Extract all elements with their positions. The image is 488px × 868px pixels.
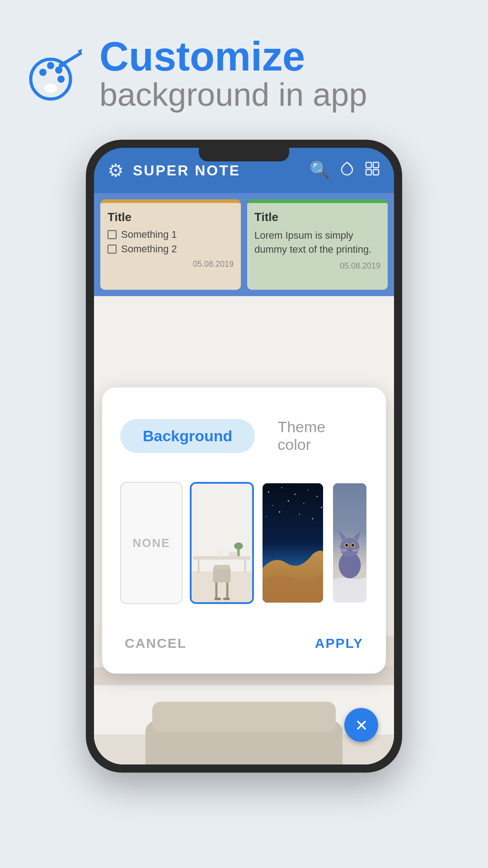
header-subtitle: background in app	[99, 77, 367, 113]
note-item-2: Something 2	[108, 243, 234, 255]
svg-point-39	[279, 511, 280, 513]
phone-frame: ⚙ SUPER NOTE 🔍	[86, 140, 402, 773]
svg-point-50	[352, 544, 354, 547]
tab-theme-color[interactable]: Theme color	[259, 410, 368, 462]
svg-rect-26	[215, 598, 221, 600]
svg-point-2	[47, 62, 54, 69]
apply-button[interactable]: APPLY	[310, 631, 368, 656]
svg-rect-27	[223, 598, 230, 600]
svg-point-37	[321, 507, 322, 508]
svg-rect-18	[215, 550, 222, 557]
svg-rect-15	[193, 556, 250, 560]
palette-icon	[27, 45, 86, 104]
tab-background[interactable]: Background	[120, 419, 255, 453]
svg-point-4	[57, 75, 65, 83]
svg-rect-11	[366, 170, 371, 175]
theme-icon	[339, 160, 355, 181]
svg-point-40	[299, 514, 300, 515]
svg-point-5	[44, 84, 57, 93]
svg-rect-24	[215, 583, 217, 600]
phone-screen: ⚙ SUPER NOTE 🔍	[94, 148, 394, 764]
note-2-body: Lorem Ipsum is simply dummy text of the …	[254, 229, 380, 257]
note-item-1: Something 1	[108, 229, 234, 241]
svg-rect-25	[226, 583, 229, 600]
svg-point-30	[282, 487, 282, 488]
bg-option-cat[interactable]	[332, 482, 368, 604]
svg-point-33	[316, 496, 318, 497]
svg-rect-10	[373, 162, 379, 168]
wallpaper-cat	[333, 483, 366, 603]
svg-rect-17	[244, 560, 246, 573]
header-section: Customize background in app	[0, 0, 488, 131]
app-title: SUPER NOTE	[133, 162, 300, 179]
note-card-1: Title Something 1 Something 2 05.08.2019	[100, 199, 241, 290]
note-1-title: Title	[108, 210, 234, 224]
svg-point-29	[268, 491, 269, 493]
background-options: NONE	[120, 482, 368, 604]
svg-rect-19	[229, 552, 237, 557]
search-icon: 🔍	[310, 160, 330, 181]
svg-point-32	[308, 490, 309, 491]
checkbox-1	[108, 230, 117, 239]
wallpaper-white-room	[192, 484, 252, 602]
cancel-button[interactable]: CANCEL	[120, 631, 191, 656]
bg-option-none[interactable]: NONE	[120, 482, 183, 604]
svg-rect-12	[373, 170, 379, 175]
gear-icon: ⚙	[108, 160, 124, 181]
action-row: CANCEL APPLY	[120, 627, 368, 656]
svg-rect-67	[152, 702, 336, 732]
svg-rect-23	[214, 565, 230, 570]
customize-modal: Background Theme color NONE	[102, 387, 386, 674]
svg-point-38	[266, 516, 267, 517]
header-title: Customize	[99, 36, 367, 77]
wallpaper-night	[263, 483, 323, 603]
svg-rect-22	[213, 567, 231, 583]
none-label: NONE	[132, 536, 170, 550]
svg-point-1	[39, 69, 47, 76]
note-item-2-text: Something 2	[121, 243, 177, 255]
svg-point-34	[272, 505, 273, 506]
fab-close-button[interactable]	[344, 708, 378, 742]
svg-point-36	[303, 503, 304, 504]
note-item-1-text: Something 1	[121, 229, 177, 241]
phone-mockup: ⚙ SUPER NOTE 🔍	[86, 140, 402, 773]
phone-notch	[199, 148, 289, 161]
svg-rect-9	[366, 162, 371, 168]
svg-rect-16	[198, 560, 200, 573]
svg-point-31	[294, 494, 296, 495]
note-2-title: Title	[254, 210, 380, 224]
svg-point-49	[345, 544, 348, 547]
header-text: Customize background in app	[99, 36, 367, 113]
bg-option-white-room[interactable]	[190, 482, 254, 604]
svg-point-35	[288, 500, 289, 502]
svg-point-41	[312, 518, 314, 519]
svg-point-21	[234, 542, 243, 550]
tabs-row: Background Theme color	[120, 410, 368, 462]
app-bar-icons: 🔍	[310, 160, 380, 181]
grid-icon	[364, 160, 380, 181]
note-card-2: Title Lorem Ipsum is simply dummy text o…	[247, 199, 388, 290]
notes-grid: Title Something 1 Something 2 05.08.2019…	[94, 193, 394, 296]
note-2-date: 05.08.2019	[254, 261, 380, 271]
svg-point-44	[340, 538, 359, 557]
bg-option-night[interactable]	[261, 482, 324, 604]
checkbox-2	[108, 245, 117, 254]
note-1-date: 05.08.2019	[108, 259, 234, 269]
